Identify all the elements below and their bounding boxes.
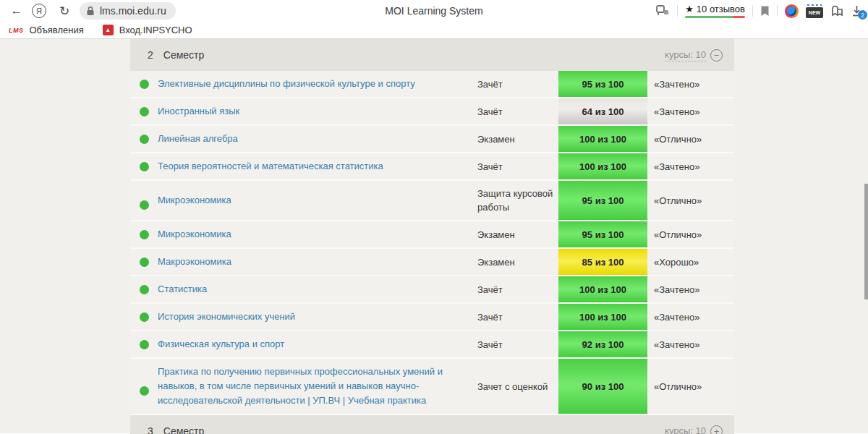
grade-text: «Зачтено» [647,312,734,323]
score-box: 92 из 100 [558,331,647,357]
semester-number: 3 [148,425,153,434]
course-link[interactable]: Элективные дисциплины по физической куль… [158,71,477,97]
score-box: 100 из 100 [558,126,647,152]
semester-title: Семестр [163,425,205,434]
expand-icon[interactable]: + [710,425,723,434]
table-row: Иностранный язык Зачёт 64 из 100 «Зачтен… [130,98,734,126]
grades-table: 2 Семестр курсы: 10 − Элективные дисципл… [130,39,734,434]
control-type: Зачёт [477,277,558,302]
grade-text: «Зачтено» [647,284,734,295]
extension-zen-icon[interactable] [785,4,799,18]
status-dot-icon [140,340,149,349]
lms-page: 2 Семестр курсы: 10 − Элективные дисципл… [0,39,868,433]
table-row: Элективные дисциплины по физической куль… [130,71,734,98]
extension-new-icon[interactable]: NEW [806,7,823,18]
control-type: Зачёт [477,72,558,97]
table-row: История экономических учений Зачёт 100 и… [130,304,734,331]
download-count-badge: 2 [858,10,867,20]
reviews-label: 10 отзывов [697,4,745,14]
control-type: Зачёт [477,154,558,179]
course-link[interactable]: Микроэкономика [158,187,477,213]
grade-text: «Отлично» [647,195,734,206]
control-type: Зачёт [477,332,558,357]
score-box: 100 из 100 [558,276,647,302]
control-type: Защита курсовой работы [477,181,558,220]
semester-number: 2 [148,49,153,61]
status-dot-icon [140,135,149,144]
table-row: Микроэкономика Экзамен 95 из 100 «Отличн… [130,221,734,249]
toolbar-right-icons: ★ 10 отзывов NEW 2 [655,0,862,22]
table-row: Практика по получению первичных професси… [130,359,734,415]
course-link[interactable]: Микроэкономика [158,221,477,247]
status-dot-icon [140,230,149,239]
bookmark-icon[interactable] [760,5,770,17]
star-icon: ★ [685,4,694,14]
bookmark-inpsycho[interactable]: ▲ Вход.INPSYCHO [103,25,192,35]
status-dot-icon [140,386,149,396]
separator [777,5,778,17]
status-dot-icon [140,200,149,210]
status-dot-icon [140,258,149,267]
courses-count-link[interactable]: курсы: 10 [665,425,706,434]
score-box: 100 из 100 [558,153,647,179]
score-box: 95 из 100 [558,221,647,247]
status-dot-icon [140,80,149,89]
table-row: Теория вероятностей и математическая ста… [130,153,734,181]
course-link[interactable]: Статистика [158,276,477,302]
score-box: 85 из 100 [558,249,647,275]
course-link[interactable]: Иностранный язык [158,98,477,124]
reviews-rating[interactable]: ★ 10 отзывов [685,4,745,18]
score-box: 64 из 100 [558,98,647,124]
grade-text: «Зачтено» [647,79,734,90]
control-type: Зачёт [477,305,558,330]
grade-text: «Отлично» [647,229,734,240]
course-link[interactable]: Линейная алгебра [158,126,477,152]
bookmark-label: Вход.INPSYCHO [119,25,192,35]
url-text: lms.moi.edu.ru [100,5,166,17]
separator [677,5,678,17]
course-link[interactable]: Макроэкономика [158,249,477,275]
bookmark-announcements[interactable]: LMS Объявления [9,25,84,35]
bookmark-label: Объявления [30,25,84,35]
course-link[interactable]: История экономических учений [158,304,477,330]
table-row: Линейная алгебра Экзамен 100 из 100 «Отл… [130,126,734,153]
yandex-browser-icon[interactable]: Я [32,4,46,18]
course-link[interactable]: Практика по получению первичных професси… [158,359,477,414]
table-row: Статистика Зачёт 100 из 100 «Зачтено» [130,276,734,304]
refresh-button[interactable]: ↻ [55,1,74,20]
collections-icon[interactable] [830,5,844,17]
grade-text: «Отлично» [647,381,734,392]
score-box: 95 из 100 [558,71,647,97]
semester-title: Семестр [163,49,205,61]
browser-chrome: ← Я ↻ lms.moi.edu.ru MOI Learning System… [0,0,868,39]
semester-2-header: 2 Семестр курсы: 10 − [130,39,734,71]
score-box: 100 из 100 [558,304,647,330]
collapse-icon[interactable]: − [710,49,723,61]
course-link[interactable]: Физическая культура и спорт [158,331,477,357]
table-row: Макроэкономика Экзамен 85 из 100 «Хорошо… [130,249,734,276]
back-button[interactable]: ← [7,1,26,20]
control-type: Экзамен [477,250,558,275]
inpsycho-logo-icon: ▲ [103,25,114,35]
control-type: Экзамен [477,222,558,247]
status-dot-icon [140,285,149,294]
course-link[interactable]: Теория вероятностей и математическая ста… [158,153,477,179]
course-table-body: Элективные дисциплины по физической куль… [130,71,734,415]
vertical-scrollbar[interactable] [864,184,868,299]
lms-logo-icon: LMS [9,27,24,34]
lock-icon [86,6,95,16]
control-type: Зачёт [477,99,558,124]
separator [752,5,753,17]
status-dot-icon [140,107,149,116]
courses-count-link[interactable]: курсы: 10 [665,49,706,61]
feedback-icon[interactable] [655,4,670,17]
grade-text: «Зачтено» [647,339,734,350]
status-dot-icon [140,312,149,322]
address-bar[interactable]: lms.moi.edu.ru [80,2,176,20]
score-box: 95 из 100 [558,181,647,220]
table-row: Микроэкономика Защита курсовой работы 95… [130,181,734,221]
grade-text: «Отлично» [647,134,734,145]
downloads-button[interactable]: 2 [851,5,862,17]
bookmarks-bar: LMS Объявления ▲ Вход.INPSYCHO [0,22,868,38]
grade-text: «Зачтено» [647,106,734,117]
